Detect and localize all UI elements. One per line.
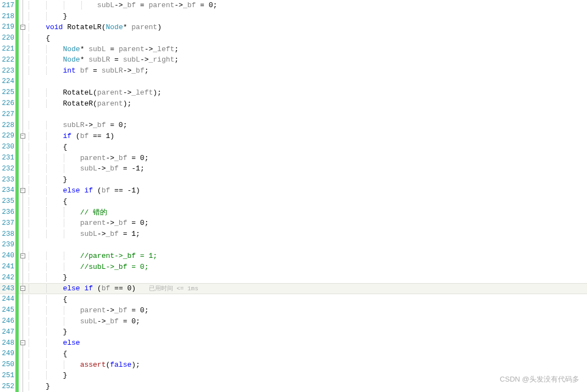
code-editor[interactable]: 217 subL->_bf = parent->_bf = 0;218 }219… bbox=[0, 0, 587, 392]
code-content[interactable]: } bbox=[26, 12, 587, 20]
code-content[interactable]: { bbox=[26, 197, 587, 206]
code-content[interactable]: } bbox=[26, 328, 587, 336]
code-content[interactable]: { bbox=[26, 143, 587, 151]
code-content[interactable]: subL->_bf = 0; bbox=[26, 317, 587, 325]
fold-toggle-icon[interactable] bbox=[20, 134, 25, 139]
fold-gutter[interactable] bbox=[19, 185, 26, 196]
indent-guide bbox=[46, 273, 47, 281]
code-line[interactable]: 223 int bf = subLR->_bf; bbox=[0, 65, 587, 76]
code-content[interactable]: //parent->_bf = 1; bbox=[26, 252, 587, 260]
fold-gutter[interactable] bbox=[19, 22, 26, 33]
token: ) bbox=[110, 132, 114, 140]
code-line[interactable]: 236 // 错的 bbox=[0, 207, 587, 218]
fold-toggle-icon[interactable] bbox=[20, 25, 25, 30]
indent-guide bbox=[46, 328, 47, 336]
indent-guide bbox=[29, 306, 29, 314]
code-line[interactable]: 237 parent->_bf = 0; bbox=[0, 218, 587, 229]
indent-guide bbox=[64, 230, 64, 238]
fold-toggle-icon[interactable] bbox=[20, 286, 25, 291]
code-line[interactable]: 239 bbox=[0, 240, 587, 251]
code-line[interactable]: 241 //subL->_bf = 0; bbox=[0, 261, 587, 272]
fold-gutter[interactable] bbox=[19, 131, 26, 142]
code-content[interactable]: RotateL(parent->_left); bbox=[26, 89, 587, 97]
code-content[interactable]: assert(false); bbox=[26, 361, 587, 369]
fold-toggle-icon[interactable] bbox=[20, 188, 25, 193]
code-content[interactable]: } bbox=[26, 273, 587, 281]
code-line[interactable]: 231 parent->_bf = 0; bbox=[0, 152, 587, 163]
code-content[interactable]: { bbox=[26, 350, 587, 358]
code-line[interactable]: 242 } bbox=[0, 272, 587, 283]
code-line[interactable]: 235 { bbox=[0, 196, 587, 207]
fold-toggle-icon[interactable] bbox=[20, 253, 25, 258]
token: == bbox=[110, 186, 127, 195]
code-line[interactable]: 245 parent->_bf = 0; bbox=[0, 305, 587, 316]
code-line[interactable]: 250 assert(false); bbox=[0, 359, 587, 370]
code-content[interactable]: Node* subLR = subL->_right; bbox=[26, 56, 587, 64]
code-line[interactable]: 224 bbox=[0, 76, 587, 87]
code-content[interactable]: parent->_bf = 0; bbox=[26, 306, 587, 314]
code-line[interactable]: 219 void RotateLR(Node* parent) bbox=[0, 22, 587, 33]
token: { bbox=[63, 295, 67, 303]
code-content[interactable]: int bf = subLR->_bf; bbox=[26, 67, 587, 75]
code-line[interactable]: 232 subL->_bf = -1; bbox=[0, 163, 587, 174]
code-line[interactable]: 240 //parent->_bf = 1; bbox=[0, 250, 587, 261]
code-content[interactable]: } bbox=[26, 175, 587, 184]
indent-guide bbox=[29, 45, 29, 53]
code-line[interactable]: 246 subL->_bf = 0; bbox=[0, 316, 587, 327]
watermark: CSDN @头发没有代码多 bbox=[500, 374, 579, 384]
code-line[interactable]: 230 { bbox=[0, 141, 587, 152]
token: subL bbox=[80, 317, 97, 325]
code-line[interactable]: 225 RotateL(parent->_left); bbox=[0, 87, 587, 98]
code-content[interactable]: subL->_bf = parent->_bf = 0; bbox=[26, 1, 587, 9]
token: Node bbox=[63, 45, 80, 53]
code-line[interactable]: 247 } bbox=[0, 327, 587, 338]
code-content[interactable]: else bbox=[26, 339, 587, 347]
code-line[interactable]: 229 if (bf == 1) bbox=[0, 131, 587, 142]
code-line[interactable]: 217 subL->_bf = parent->_bf = 0; bbox=[0, 0, 587, 11]
code-line[interactable]: 248 else bbox=[0, 338, 587, 349]
code-content[interactable]: { bbox=[26, 295, 587, 303]
fold-toggle-icon[interactable] bbox=[20, 340, 25, 345]
code-content[interactable]: subL->_bf = 1; bbox=[26, 230, 587, 238]
token: _bf bbox=[131, 67, 144, 75]
code-content[interactable]: else if (bf == -1) bbox=[26, 186, 587, 195]
code-line[interactable]: 221 Node* subL = parent->_left; bbox=[0, 43, 587, 54]
code-line[interactable]: 252 } bbox=[0, 381, 587, 392]
code-content[interactable]: void RotateLR(Node* parent) bbox=[26, 23, 587, 31]
code-line[interactable]: 249 { bbox=[0, 349, 587, 360]
code-line[interactable]: 234 else if (bf == -1) bbox=[0, 185, 587, 196]
code-content[interactable]: else if (bf == 0) 已用时间 <= 1ms bbox=[26, 284, 587, 292]
token: ( bbox=[93, 89, 97, 97]
code-content[interactable]: parent->_bf = 0; bbox=[26, 219, 587, 227]
fold-gutter[interactable] bbox=[19, 250, 26, 261]
line-number: 250 bbox=[0, 361, 15, 368]
code-line[interactable]: 238 subL->_bf = 1; bbox=[0, 229, 587, 240]
token: ; bbox=[136, 361, 140, 369]
code-content[interactable]: // 错的 bbox=[26, 207, 587, 217]
code-content[interactable]: //subL->_bf = 0; bbox=[26, 263, 587, 271]
code-content[interactable]: Node* subL = parent->_left; bbox=[26, 45, 587, 53]
token: parent bbox=[97, 89, 123, 97]
token: -> bbox=[84, 121, 93, 129]
code-line[interactable]: 227 bbox=[0, 109, 587, 120]
code-line[interactable]: 243 else if (bf == 0) 已用时间 <= 1ms bbox=[0, 283, 587, 294]
fold-gutter[interactable] bbox=[19, 338, 26, 349]
fold-gutter[interactable] bbox=[19, 283, 26, 294]
code-content[interactable]: if (bf == 1) bbox=[26, 132, 587, 140]
code-content[interactable]: subLR->_bf = 0; bbox=[26, 121, 587, 129]
code-content[interactable]: RotateR(parent); bbox=[26, 100, 587, 108]
code-line[interactable]: 244 { bbox=[0, 294, 587, 305]
code-content[interactable]: subL->_bf = -1; bbox=[26, 164, 587, 173]
code-content[interactable]: { bbox=[26, 34, 587, 42]
code-line[interactable]: 218 } bbox=[0, 11, 587, 22]
token: _bf bbox=[106, 317, 118, 325]
code-line[interactable]: 226 RotateR(parent); bbox=[0, 98, 587, 109]
code-line[interactable]: 222 Node* subLR = subL->_right; bbox=[0, 54, 587, 65]
code-line[interactable]: 220 { bbox=[0, 32, 587, 43]
line-number: 218 bbox=[0, 13, 15, 20]
code-line[interactable]: 233 } bbox=[0, 174, 587, 185]
token: ) bbox=[157, 23, 162, 31]
code-content[interactable]: parent->_bf = 0; bbox=[26, 154, 587, 162]
code-line[interactable]: 251 } bbox=[0, 370, 587, 381]
code-line[interactable]: 228 subLR->_bf = 0; bbox=[0, 120, 587, 131]
